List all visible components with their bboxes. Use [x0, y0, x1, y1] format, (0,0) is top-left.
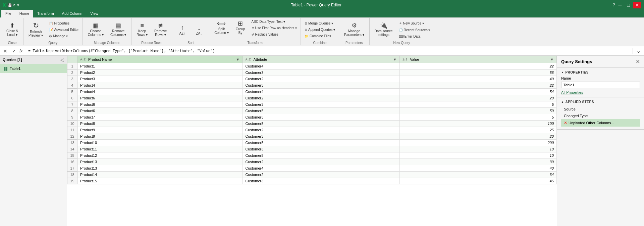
- row-num-cell: 7: [67, 101, 77, 108]
- group-by-button[interactable]: ⊞ GroupBy: [232, 19, 249, 36]
- all-properties-link[interactable]: All Properties: [561, 90, 583, 94]
- replace-values-button[interactable]: ⇄ Replace Values: [250, 32, 280, 37]
- tab-home[interactable]: Home: [15, 10, 33, 17]
- row-num-cell: 13: [67, 140, 77, 146]
- window-title: Table1 - Power Query Editor: [20, 3, 613, 7]
- product-name-cell: Product9: [77, 133, 243, 140]
- combine-files-button[interactable]: 📁 Combine Files: [303, 33, 333, 39]
- properties-button[interactable]: 📋 Properties: [47, 20, 71, 26]
- col-header-product-name[interactable]: A↕Z Product Name ▼: [77, 56, 243, 63]
- ribbon-group-sort: ↑ AZ↑ ↓ ZA↓ Sort: [172, 18, 209, 45]
- row-num-cell: 18: [67, 172, 77, 178]
- advanced-editor-button[interactable]: 📝 Advanced Editor: [47, 27, 80, 33]
- remove-rows-button[interactable]: ≢ RemoveRows ▾: [151, 21, 170, 38]
- sort-asc-button[interactable]: ↑ AZ↑: [174, 22, 190, 37]
- close-load-icon: ⬆: [10, 22, 15, 29]
- query-settings-panel: Query Settings ✕ PROPERTIES Name All Pro…: [557, 56, 644, 226]
- product-name-cell: Product9: [77, 127, 243, 133]
- tab-add-column[interactable]: Add Column: [58, 10, 87, 17]
- sort-desc-icon: ↓: [197, 24, 201, 31]
- choose-columns-button[interactable]: ▦ ChooseColumns ▾: [85, 21, 107, 38]
- row-num-cell: 8: [67, 108, 77, 114]
- tab-transform[interactable]: Transform: [33, 10, 58, 17]
- attribute-cell: Customer5: [243, 152, 399, 159]
- row-num-cell: 15: [67, 152, 77, 159]
- data-source-settings-button[interactable]: 🔌 Data sourcesettings: [372, 21, 396, 38]
- product-name-cell: Product14: [77, 172, 243, 178]
- recent-sources-button[interactable]: 🕐 Recent Sources ▾: [397, 27, 432, 33]
- formula-confirm-button[interactable]: ✓: [11, 48, 17, 54]
- close-settings-button[interactable]: ✕: [636, 58, 640, 65]
- group-by-icon: ⊞: [238, 20, 243, 27]
- product-name-cell: Product13: [77, 159, 243, 165]
- row-num-cell: 19: [67, 178, 77, 184]
- col-dropdown-product-name[interactable]: ▼: [236, 57, 240, 61]
- col-label-attribute: Attribute: [254, 57, 267, 61]
- value-cell: 10: [399, 152, 556, 159]
- step-label: Changed Type: [564, 114, 588, 118]
- table-row: 8 Product6 Customer5 50: [67, 108, 557, 114]
- table-row: 2 Product2 Customer3 56: [67, 70, 557, 76]
- row-num-cell: 2: [67, 70, 77, 76]
- close-load-button[interactable]: ⬆ Close &Load ▾: [3, 21, 21, 38]
- data-type-icon: ABC: [252, 20, 259, 24]
- split-column-button[interactable]: ⟺ SplitColumn ▾: [211, 19, 231, 36]
- ribbon-group-data-sources: 🔌 Data sourcesettings ＋ New Source ▾ 🕐 R…: [370, 18, 434, 45]
- tab-view[interactable]: View: [86, 10, 102, 17]
- step-item[interactable]: Changed Type: [561, 112, 640, 119]
- row-num-cell: 3: [67, 76, 77, 82]
- formula-input[interactable]: [26, 48, 633, 54]
- formula-cancel-button[interactable]: ✕: [2, 48, 9, 54]
- attribute-cell: Customer2: [243, 76, 399, 82]
- value-cell: 45: [399, 178, 556, 184]
- split-column-icon: ⟺: [217, 20, 226, 27]
- query-item-table1[interactable]: ▦ Table1: [0, 64, 67, 73]
- table-row: 4 Product4 Customer3 22: [67, 82, 557, 89]
- close-button[interactable]: ✕: [633, 2, 641, 8]
- ribbon-group-parameters: ⚙ ManageParameters ▾ Parameters: [339, 18, 369, 45]
- col-dropdown-attribute[interactable]: ▼: [393, 57, 397, 61]
- row-num-header: [67, 56, 77, 63]
- sort-desc-button[interactable]: ↓ ZA↓: [191, 22, 207, 37]
- formula-expand-button[interactable]: ⌄: [635, 47, 642, 54]
- collapse-queries-button[interactable]: ◁: [60, 57, 64, 62]
- use-first-row-button[interactable]: ⇑ Use First Row as Headers ▾: [250, 25, 299, 31]
- remove-columns-button[interactable]: ▤ RemoveColumns ▾: [107, 21, 129, 38]
- new-source-button[interactable]: ＋ New Source ▾: [397, 20, 426, 27]
- step-item[interactable]: ✕ Unpivoted Other Columns...: [561, 119, 640, 127]
- table-row: 11 Product9 Customer2 25: [67, 127, 557, 133]
- col-label-product-name: Product Name: [88, 57, 112, 61]
- data-table: A↕Z Product Name ▼ A↕Z Attribute ▼: [67, 56, 557, 184]
- tab-file[interactable]: File: [1, 10, 15, 17]
- applied-steps-label: APPLIED STEPS: [561, 100, 640, 104]
- refresh-preview-button[interactable]: ↻ RefreshPreview ▾: [25, 20, 46, 39]
- step-item[interactable]: Source: [561, 106, 640, 112]
- manage-parameters-button[interactable]: ⚙ ManageParameters ▾: [341, 21, 367, 38]
- attribute-cell: Customer4: [243, 89, 399, 95]
- query-name-input[interactable]: [561, 82, 640, 88]
- keep-rows-button[interactable]: ≡ KeepRows ▾: [133, 21, 151, 38]
- ribbon-group-transform: ⟺ SplitColumn ▾ ⊞ GroupBy ABC Data Type:…: [209, 18, 301, 45]
- title-bar-controls: ? ─ □ ✕: [613, 2, 641, 8]
- ribbon-tabs: File Home Transform Add Column View: [0, 10, 644, 17]
- minimize-button[interactable]: ─: [616, 2, 624, 8]
- enter-data-button[interactable]: ⌨ Enter Data: [397, 34, 422, 39]
- value-cell: 56: [399, 70, 556, 76]
- manage-button[interactable]: ⚙ Manage ▾: [47, 33, 69, 39]
- row-num-cell: 16: [67, 159, 77, 165]
- value-cell: 20: [399, 133, 556, 140]
- table-body: 1 Product1 Customer4 22 2 Product2 Custo…: [67, 63, 557, 184]
- data-type-button[interactable]: ABC Data Type: Text ▾: [250, 19, 287, 25]
- product-name-cell: Product8: [77, 121, 243, 127]
- col-header-value[interactable]: 1↕2 Value ▼: [399, 56, 556, 63]
- table-row: 5 Product4 Customer4 54: [67, 89, 557, 95]
- col-header-attribute[interactable]: A↕Z Attribute ▼: [243, 56, 399, 63]
- maximize-button[interactable]: □: [625, 2, 632, 8]
- col-dropdown-value[interactable]: ▼: [550, 57, 554, 61]
- table-icon: ▦: [3, 66, 8, 71]
- step-error-icon: ✕: [564, 121, 567, 125]
- product-name-cell: Product6: [77, 108, 243, 114]
- append-queries-button[interactable]: ⊕ Append Queries ▾: [303, 27, 337, 33]
- table-row: 14 Product11 Customer3 10: [67, 146, 557, 152]
- merge-queries-button[interactable]: ⊗ Merge Queries ▾: [303, 20, 335, 26]
